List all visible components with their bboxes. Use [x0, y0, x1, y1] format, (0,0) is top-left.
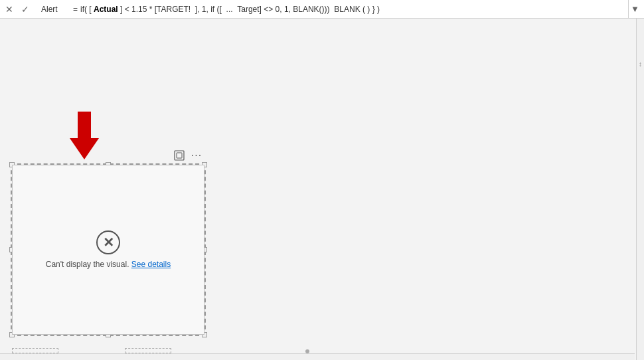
svg-rect-1	[177, 153, 182, 158]
scroll-cursor: ↕	[638, 58, 643, 69]
card-toolbar: ···	[172, 148, 204, 163]
arrow-shaft	[78, 112, 91, 138]
formula-equals: =	[73, 5, 78, 14]
formula-content[interactable]: if( [ Actual ] < 1.15 * [TARGET! ], 1, i…	[80, 5, 628, 14]
formula-field-name: Alert	[37, 3, 70, 15]
vertical-scrollbar[interactable]: ↕	[636, 19, 644, 360]
visual-card[interactable]: ··· ✕ Can't display the visual. See deta…	[12, 165, 204, 335]
formula-text-part1: ] < 1.15 * [TARGET!	[118, 5, 191, 14]
formula-text-ellipsis: ...	[222, 5, 237, 14]
formula-cancel-button[interactable]: ✕	[3, 3, 16, 16]
horizontal-scrollbar[interactable]	[0, 353, 635, 360]
formula-text-actual: Actual	[94, 5, 118, 14]
more-options-button[interactable]: ···	[189, 148, 204, 163]
formula-confirm-button[interactable]: ✓	[19, 3, 32, 16]
card-content: ✕ Can't display the visual. See details	[13, 165, 204, 334]
formula-text-blank: BLANK ( ) } )	[334, 5, 380, 14]
bottom-visual-item-1	[12, 348, 58, 353]
formula-text-target: Target] <> 0, 1, BLANK()))	[237, 5, 334, 14]
formula-dropdown-button[interactable]: ▼	[628, 0, 641, 18]
red-arrow-indicator	[70, 112, 99, 159]
see-details-link[interactable]: See details	[131, 260, 171, 269]
error-message: Can't display the visual. See details	[46, 260, 171, 269]
bottom-dot-indicator	[305, 349, 309, 353]
formula-text-part2: ], 1, if ([	[191, 5, 222, 14]
error-icon: ✕	[96, 230, 120, 254]
more-options-icon: ···	[191, 149, 202, 161]
svg-rect-0	[175, 151, 184, 160]
bottom-visual-items	[12, 348, 171, 353]
formula-bar: ✕ ✓ Alert = if( [ Actual ] < 1.15 * [TAR…	[0, 0, 644, 19]
bottom-visual-item-2	[125, 348, 171, 353]
arrow-head	[70, 138, 99, 159]
formula-text-if: if( [	[80, 5, 94, 14]
focus-mode-button[interactable]	[172, 148, 187, 163]
canvas-area: ··· ✕ Can't display the visual. See deta…	[0, 19, 644, 360]
